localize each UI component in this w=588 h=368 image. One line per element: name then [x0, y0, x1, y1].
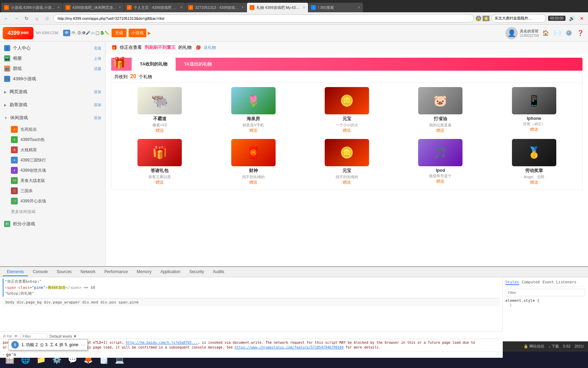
sidebar-game-shengsizuji[interactable]: 4 生死组击 [0, 124, 105, 135]
dt-tab-elements[interactable]: Elements [3, 268, 28, 276]
send-gift-link[interactable]: 送礼物 [204, 45, 216, 51]
sidebar-item-4399games[interactable]: 🎮 4399小游戏 [0, 74, 105, 84]
user-avatar[interactable]: 👤 [505, 27, 518, 39]
tab-1-close[interactable]: × [57, 5, 60, 10]
gift-action-giftbox[interactable]: 赠送 [156, 180, 164, 185]
sidebar-game-meishi[interactable]: 🐭 美食大战老鼠 [0, 175, 105, 186]
help-icon-btn[interactable]: ❓ [576, 28, 585, 38]
gift-item-giftbox: 🎁 答谢礼包 喜客又蔺以恩 赠送 [116, 139, 204, 185]
tab-5-close[interactable]: × [303, 5, 305, 10]
dt-tab-network[interactable]: Network [76, 268, 100, 276]
user-details: 具名的背荷 2140022709 [520, 29, 539, 38]
gift-img-ipod: 🎵 [418, 139, 462, 166]
personal-charge[interactable]: 充值 [94, 46, 101, 51]
tab-5[interactable]: 4 礼物 4399游戏吧 My.4399.c... × [247, 3, 308, 12]
gift-desc-yuanbao: 一个小小的火 [336, 123, 358, 128]
gifts-area: 🎁 TA收到的礼物 TA送出的礼物 共收到 20 个礼物 [106, 54, 588, 194]
sidebar-game-chuangshi[interactable]: 4 4399创世兵魂 [0, 165, 105, 175]
mute-button[interactable]: 🔊 [568, 14, 576, 23]
tab-4[interactable]: 4 3271051313 - 4399游戏吧 M... × [186, 3, 247, 12]
gift-action-yuanbao2[interactable]: 赠送 [343, 180, 351, 185]
sidebar-item-album[interactable]: 📷 相册 上传 [0, 53, 105, 63]
dt-tab-console[interactable]: Console [29, 268, 52, 276]
viewing-user[interactable]: 荆刷刷不到董王 [145, 44, 176, 51]
tab-6[interactable]: ! ! 360搜索 × [308, 3, 363, 12]
console-eye-icon[interactable]: 👁 [14, 334, 18, 339]
home-button[interactable]: ⌂ [33, 14, 41, 23]
tab-1[interactable]: 4 小游戏,4399小游戏,小游戏大... × [1, 3, 62, 12]
address-input[interactable] [53, 14, 474, 23]
tab-sent[interactable]: TA送出的礼物 [176, 58, 220, 71]
dt-tab-application[interactable]: Application [156, 268, 185, 276]
console-filter-input[interactable] [20, 333, 47, 339]
home-icon-btn[interactable]: 🏠 [541, 28, 550, 38]
refresh-button[interactable]: ↻ [23, 14, 31, 23]
sidebar-more-casual[interactable]: 更多休闲游戏 [0, 208, 105, 216]
webgames-add[interactable]: 添加 [94, 89, 101, 95]
right-tab-computed[interactable]: Computed [522, 280, 540, 285]
sidebar-webgames-header[interactable]: ▶ 网页游戏 添加 [0, 87, 105, 97]
forward-button[interactable]: → [12, 14, 20, 23]
gift-action-buffalo[interactable]: 赠送 [156, 128, 164, 133]
gift-action-spring[interactable]: 赠送 [249, 128, 258, 133]
gift-action-piggybank[interactable]: 赠送 [436, 128, 444, 133]
tab-4-close[interactable]: × [241, 5, 244, 10]
default-level-btn[interactable]: Default levels ▼ [49, 334, 77, 338]
tab-3-close[interactable]: × [180, 5, 182, 10]
sidebar-game-farm[interactable]: 🌾 4399开心农场 [0, 196, 105, 206]
tab-3[interactable]: 4 个人主页 - 4399游戏吧 My.4... × [124, 3, 185, 12]
charge-button[interactable]: 充值 [112, 29, 127, 37]
sidebar-item-personal[interactable]: 👤 个人中心 充值 [0, 43, 105, 53]
sidebar-medalgames-header[interactable]: ▶ 勋章游戏 添加 [0, 100, 105, 110]
bookmark-button[interactable]: ☆ [43, 14, 51, 23]
settings-icon-btn[interactable]: ⚙️ [564, 28, 574, 38]
right-tab-styles[interactable]: Styles [505, 280, 519, 285]
dt-tab-sources[interactable]: Sources [53, 268, 76, 276]
medalgames-add[interactable]: 添加 [94, 102, 101, 108]
gift-action-yuanbao[interactable]: 赠送 [343, 128, 351, 133]
sidebar-pointsgames-header[interactable]: 积 积分小游戏 [0, 219, 105, 229]
site-subtitle: MY.4399.COM [36, 31, 58, 35]
sidebar-game-sanguo1[interactable]: 4 4399三国快打 [0, 155, 105, 165]
sidebar-game-sanguosha[interactable]: 三 三国杀 [0, 186, 105, 196]
close-button[interactable]: ✕ [578, 14, 586, 23]
gift-action-iphone[interactable]: 赠送 [530, 127, 538, 132]
search-input[interactable] [491, 14, 546, 23]
gift-img-yuanbao: 🪙 [325, 87, 369, 114]
game-sanguosha-icon: 三 [11, 187, 18, 194]
mini-games-button[interactable]: 小游戏 ▶ [129, 29, 151, 37]
site-logo[interactable]: 4399 游戏吧 [3, 27, 33, 39]
sidebar-casualgames-header[interactable]: ▼ 休闲游戏 添加 [0, 113, 105, 123]
dt-tab-performance[interactable]: Performance [100, 268, 132, 276]
mail-icon-btn[interactable]: ✉️ [553, 28, 562, 38]
styles-filter-input[interactable] [505, 289, 585, 296]
address-right: 🔒 ⭐ [476, 16, 489, 21]
sidebar-item-group[interactable]: 👥 群组 话题 [0, 63, 105, 74]
gifts-grid-wrapper: 🐃 不霸道 像素+XS 赠送 🌷 海泉房 就是流V手机 [111, 83, 583, 190]
casualgames-add[interactable]: 添加 [94, 115, 101, 121]
right-tab-event-listeners[interactable]: Event Listeners [543, 280, 576, 285]
count-prefix: 共收到 [114, 74, 128, 79]
tab-2[interactable]: 4 4399游戏吧_休闲网页游戏-手... × [63, 3, 124, 12]
tab-2-close[interactable]: × [119, 5, 121, 10]
tab-6-close[interactable]: × [358, 5, 360, 10]
gifts-grid: 🐃 不霸道 像素+XS 赠送 🌷 海泉房 就是流V手机 [116, 87, 578, 185]
sidebar-game-huoxian[interactable]: 火 火线精英 [0, 145, 105, 155]
dt-tab-security[interactable]: Security [185, 268, 208, 276]
gift-desc-ipod: 猫皇终究是个 [429, 173, 452, 179]
tab-received[interactable]: TA收到的礼物 [132, 58, 176, 71]
bookmark-star-icon[interactable]: ⭐ [483, 16, 489, 21]
sidebar-game-touch[interactable]: 4 4399Touch热 [0, 135, 105, 145]
dt-tab-memory[interactable]: Memory [133, 268, 156, 276]
back-button[interactable]: ← [2, 14, 10, 23]
gift-name-award: 劳动奖章 [525, 168, 543, 174]
album-upload[interactable]: 上传 [94, 56, 101, 61]
gift-action-caishen[interactable]: 赠送 [249, 180, 258, 185]
gift-action-ipod[interactable]: 赠送 [436, 179, 444, 184]
gift-action-award[interactable]: 赠送 [530, 180, 538, 185]
dt-tab-audits[interactable]: Audits [209, 268, 228, 276]
ime-autocomplete-popup[interactable]: S 1. 功能 2. 公 3. 工 4. 拱 5. gone ‹ › [8, 339, 88, 341]
tab-5-favicon: 4 [250, 5, 254, 10]
game-farm-name: 4399开心农场 [20, 198, 46, 204]
group-topic[interactable]: 话题 [94, 66, 101, 71]
